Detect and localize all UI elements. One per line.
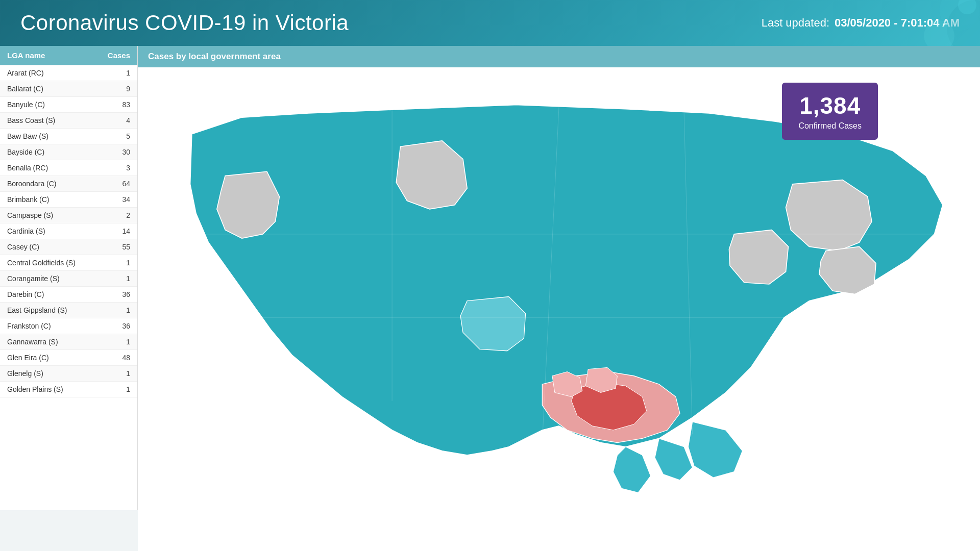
case-count: 30	[100, 148, 130, 156]
timestamp: 03/05/2020 - 7:01:04 AM	[835, 16, 960, 30]
case-count: 34	[100, 195, 130, 204]
table-row: Bass Coast (S) 4	[0, 113, 137, 129]
table-row: Central Goldfields (S) 1	[0, 255, 137, 271]
case-count: 1	[100, 259, 130, 267]
main-content: LGA name Cases Ararat (RC) 1 Ballarat (C…	[0, 46, 980, 551]
right-panel: Cases by local government area 1,384 Con…	[138, 46, 980, 551]
lga-name: Ballarat (C)	[7, 85, 100, 93]
table-row: Casey (C) 55	[0, 239, 137, 255]
lga-name: Casey (C)	[7, 243, 100, 251]
svg-point-4	[772, 339, 779, 346]
map-title: Cases by local government area	[138, 46, 980, 67]
case-count: 1	[100, 338, 130, 346]
case-count: 48	[100, 354, 130, 362]
lga-name: Baw Baw (S)	[7, 132, 100, 140]
lga-name: Glenelg (S)	[7, 369, 100, 378]
case-count: 9	[100, 85, 130, 93]
lga-name: Ararat (RC)	[7, 69, 100, 77]
page-title: Coronavirus COVID-19 in Victoria	[20, 11, 349, 35]
table-header: LGA name Cases	[0, 46, 137, 65]
lga-name: Golden Plains (S)	[7, 385, 100, 393]
table-row: Boroondara (C) 64	[0, 176, 137, 192]
lga-name: Benalla (RC)	[7, 164, 100, 172]
lga-name: Cardinia (S)	[7, 227, 100, 235]
case-count: 36	[100, 290, 130, 298]
case-count: 1	[100, 385, 130, 393]
case-count: 1	[100, 69, 130, 77]
table-row: Glen Eira (C) 48	[0, 350, 137, 366]
lga-name: Campaspe (S)	[7, 211, 100, 219]
lga-name: Brimbank (C)	[7, 195, 100, 204]
col-cases-header: Cases	[100, 51, 130, 60]
table-row: Darebin (C) 36	[0, 287, 137, 303]
lga-name: Central Goldfields (S)	[7, 259, 100, 267]
case-count: 1	[100, 274, 130, 283]
lga-name: Frankston (C)	[7, 322, 100, 330]
last-updated-label: Last updated:	[762, 16, 829, 30]
lga-name: East Gippsland (S)	[7, 306, 100, 314]
table-row: Banyule (C) 83	[0, 97, 137, 113]
svg-point-3	[958, 0, 976, 14]
table-scroll[interactable]: Ararat (RC) 1 Ballarat (C) 9 Banyule (C)…	[0, 65, 137, 510]
table-row: Campaspe (S) 2	[0, 208, 137, 223]
table-row: Benalla (RC) 3	[0, 160, 137, 176]
table-row: Bayside (C) 30	[0, 144, 137, 160]
table-row: Corangamite (S) 1	[0, 271, 137, 287]
case-count: 3	[100, 164, 130, 172]
case-count: 83	[100, 101, 130, 109]
case-count: 36	[100, 322, 130, 330]
lga-name: Corangamite (S)	[7, 274, 100, 283]
left-panel: LGA name Cases Ararat (RC) 1 Ballarat (C…	[0, 46, 138, 510]
case-count: 5	[100, 132, 130, 140]
case-count: 4	[100, 116, 130, 124]
lga-name: Darebin (C)	[7, 290, 100, 298]
col-lga-header: LGA name	[7, 51, 100, 60]
table-row: Baw Baw (S) 5	[0, 129, 137, 144]
table-row: Frankston (C) 36	[0, 318, 137, 334]
table-row: Gannawarra (S) 1	[0, 334, 137, 350]
lga-name: Glen Eira (C)	[7, 354, 100, 362]
case-count: 14	[100, 227, 130, 235]
lga-name: Bayside (C)	[7, 148, 100, 156]
victoria-map	[138, 67, 980, 551]
map-area: 1,384 Confirmed Cases	[138, 67, 980, 551]
header: Coronavirus COVID-19 in Victoria Last up…	[0, 0, 980, 46]
case-count: 1	[100, 369, 130, 378]
table-row: Brimbank (C) 34	[0, 192, 137, 208]
last-updated: Last updated: 03/05/2020 - 7:01:04 AM	[762, 16, 960, 30]
case-count: 2	[100, 211, 130, 219]
lga-name: Banyule (C)	[7, 101, 100, 109]
lga-name: Gannawarra (S)	[7, 338, 100, 346]
lga-name: Bass Coast (S)	[7, 116, 100, 124]
table-row: Golden Plains (S) 1	[0, 382, 137, 397]
table-row: Ballarat (C) 9	[0, 81, 137, 97]
table-row: Cardinia (S) 14	[0, 223, 137, 239]
case-count: 55	[100, 243, 130, 251]
lga-name: Boroondara (C)	[7, 180, 100, 188]
table-row: East Gippsland (S) 1	[0, 303, 137, 318]
case-count: 1	[100, 306, 130, 314]
table-row: Glenelg (S) 1	[0, 366, 137, 382]
table-row: Ararat (RC) 1	[0, 65, 137, 81]
confirmed-label: Confirmed Cases	[798, 121, 862, 131]
case-count: 64	[100, 180, 130, 188]
confirmed-number: 1,384	[798, 92, 862, 119]
confirmed-cases-badge: 1,384 Confirmed Cases	[782, 83, 878, 140]
